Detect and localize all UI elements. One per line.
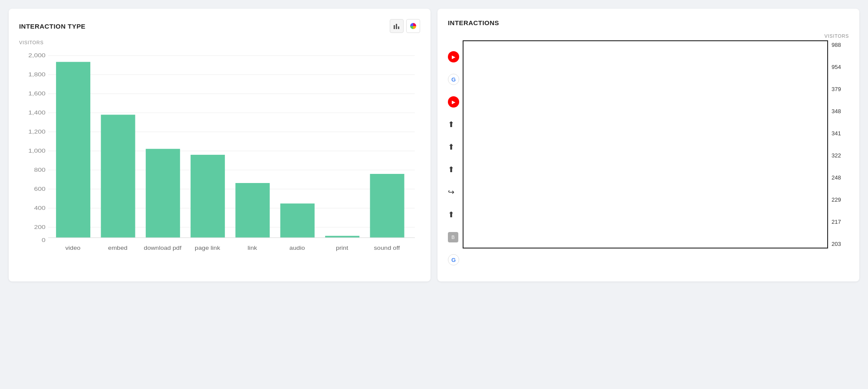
svg-text:1,400: 1,400	[28, 109, 46, 115]
google-icon-2: G	[448, 254, 459, 265]
icon-row-4: ⬆	[448, 136, 459, 158]
upload-icon-4: ⬆	[448, 210, 454, 219]
value-4: 341	[832, 131, 849, 136]
icon-row-1: G	[448, 68, 459, 91]
svg-text:print: print	[336, 245, 349, 251]
svg-text:1,800: 1,800	[28, 71, 46, 77]
svg-text:800: 800	[34, 167, 45, 173]
icon-row-0: ▶	[448, 46, 459, 68]
value-1: 954	[832, 64, 849, 70]
svg-text:400: 400	[34, 205, 45, 211]
interaction-type-panel: INTERACTION TYPE	[9, 9, 431, 281]
bar-print	[325, 236, 359, 238]
svg-text:200: 200	[34, 224, 45, 230]
visitors-label-left: VISITORS	[19, 40, 420, 45]
bar-page-link	[191, 155, 225, 238]
interactions-values-col: 988 954 379 348 341 322 248 229 217 203	[832, 40, 849, 248]
value-7: 229	[832, 197, 849, 203]
svg-text:download pdf: download pdf	[144, 245, 181, 251]
svg-rect-1	[396, 24, 397, 29]
panel-title-right: INTERACTIONS	[448, 19, 849, 26]
icon-row-3: ⬆	[448, 113, 459, 136]
icon-row-8: B	[448, 226, 459, 248]
bar-download-pdf	[146, 149, 180, 238]
value-5: 322	[832, 153, 849, 158]
svg-text:video: video	[66, 245, 81, 251]
icon-row-9: G	[448, 248, 459, 271]
svg-text:sound off: sound off	[374, 245, 400, 251]
upload-icon-3: ⬆	[448, 165, 454, 174]
svg-text:1,200: 1,200	[28, 128, 46, 134]
svg-text:audio: audio	[289, 245, 305, 251]
upload-icon-1: ⬆	[448, 120, 454, 129]
svg-text:1,600: 1,600	[28, 90, 46, 96]
google-icon-1: G	[448, 74, 459, 85]
gray-icon: B	[448, 232, 458, 242]
value-2: 379	[832, 86, 849, 92]
icon-row-6: ↪	[448, 181, 459, 203]
svg-text:page link: page link	[195, 245, 220, 251]
value-9: 203	[832, 241, 849, 247]
svg-text:link: link	[247, 245, 257, 251]
panel-title-left: INTERACTION TYPE	[19, 23, 85, 30]
interactions-panel: INTERACTIONS ▶ G ▶ ⬆ ⬆	[437, 9, 859, 281]
youtube-icon-1: ▶	[448, 51, 459, 62]
value-6: 248	[832, 175, 849, 180]
panel-header-left: INTERACTION TYPE	[19, 19, 420, 33]
svg-text:0: 0	[42, 237, 46, 243]
value-3: 348	[832, 108, 849, 114]
bar-chart-svg: 2,000 1,800 1,600 1,400 1,200 1,000 800 …	[19, 47, 420, 264]
bar-chart-button[interactable]	[390, 19, 404, 33]
bar-audio	[280, 203, 315, 238]
svg-text:embed: embed	[108, 245, 128, 251]
bar-video	[56, 62, 90, 238]
bar-chart: 2,000 1,800 1,600 1,400 1,200 1,000 800 …	[19, 47, 420, 264]
bar-embed	[101, 115, 135, 238]
bar-link	[235, 183, 270, 238]
value-8: 217	[832, 219, 849, 225]
svg-text:600: 600	[34, 186, 45, 192]
pie-chart-button[interactable]	[406, 19, 420, 33]
youtube-icon-2: ▶	[448, 96, 459, 108]
svg-text:2,000: 2,000	[28, 52, 46, 58]
interactions-chart-box	[463, 40, 828, 248]
bar-sound-off	[370, 174, 404, 238]
upload-icon-2: ⬆	[448, 142, 454, 152]
chart-type-buttons	[390, 19, 420, 33]
svg-text:1,000: 1,000	[28, 147, 46, 154]
svg-rect-2	[398, 26, 399, 29]
icon-row-5: ⬆	[448, 158, 459, 181]
dashboard: INTERACTION TYPE	[9, 9, 859, 281]
share-icon: ↪	[448, 187, 454, 197]
svg-rect-0	[394, 25, 395, 29]
icon-row-2: ▶	[448, 91, 459, 113]
icon-row-7: ⬆	[448, 203, 459, 226]
value-0: 988	[832, 42, 849, 48]
visitors-label-right: VISITORS	[463, 33, 849, 39]
